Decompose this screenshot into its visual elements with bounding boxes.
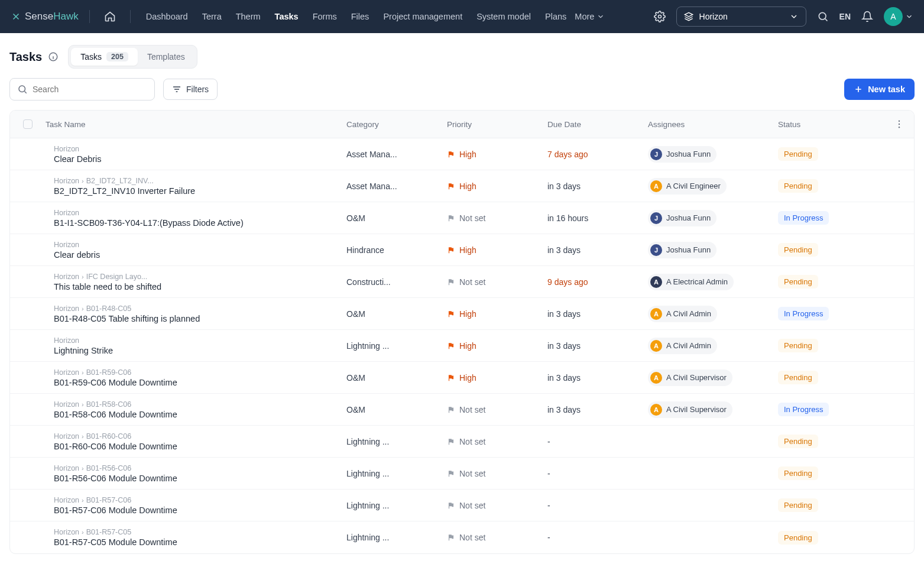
language-selector[interactable]: EN	[839, 12, 851, 21]
assignee-avatar: A	[650, 372, 662, 384]
chevron-down-icon	[596, 12, 605, 21]
col-priority[interactable]: Priority	[447, 120, 547, 129]
layers-icon	[684, 12, 693, 21]
assignee-avatar: A	[650, 276, 662, 288]
task-category: Lightning ...	[346, 341, 447, 351]
nav-more[interactable]: More	[575, 12, 605, 21]
svg-point-5	[899, 124, 900, 125]
flag-icon	[447, 406, 455, 414]
user-menu[interactable]: A	[884, 7, 913, 26]
new-task-button[interactable]: New task	[844, 79, 915, 100]
task-status: Pending	[778, 275, 884, 289]
page-title-wrap: Tasks	[9, 50, 59, 64]
info-icon[interactable]	[48, 51, 59, 62]
task-category: Lightning ...	[346, 437, 447, 446]
table-row[interactable]: Horizon B1-I1-SCB09-T36-Y04-L17:(Bypass …	[10, 202, 914, 234]
nav-link-system-model[interactable]: System model	[476, 12, 531, 21]
table-row[interactable]: Horizon Lightning Strike Lightning ... H…	[10, 330, 914, 362]
nav-link-tasks[interactable]: Tasks	[275, 12, 299, 21]
table-row[interactable]: Horizon Clear Debris Asset Mana... High …	[10, 138, 914, 170]
task-priority: High	[447, 373, 547, 383]
select-all-checkbox[interactable]	[23, 119, 33, 129]
table-options-icon[interactable]	[884, 119, 914, 129]
table-row[interactable]: Horizon Clear debris Hindrance High in 3…	[10, 234, 914, 266]
nav-link-therm[interactable]: Therm	[236, 12, 261, 21]
project-selector[interactable]: Horizon	[676, 7, 806, 27]
breadcrumb: Horizon ›B01-R57-C05	[54, 528, 346, 536]
search-box[interactable]	[9, 78, 155, 101]
nav-link-terra[interactable]: Terra	[202, 12, 222, 21]
assignee-chip[interactable]: AA Electrical Admin	[648, 274, 734, 290]
table-row[interactable]: Horizon ›B01-R57-C05 B01-R57-C05 Module …	[10, 521, 914, 553]
status-badge: Pending	[778, 243, 818, 257]
assignee-chip[interactable]: AA Civil Admin	[648, 306, 717, 322]
page-title: Tasks	[9, 50, 42, 64]
brand-logo[interactable]: SenseHawk	[11, 11, 79, 22]
filters-button[interactable]: Filters	[163, 79, 218, 100]
nav-link-project-management[interactable]: Project management	[383, 12, 462, 21]
brand-hawk: Hawk	[53, 11, 79, 22]
assignee-chip[interactable]: AA Civil Admin	[648, 338, 717, 354]
table-row[interactable]: Horizon ›B01-R57-C06 B01-R57-C06 Module …	[10, 490, 914, 521]
assignee-avatar: A	[650, 180, 662, 192]
nav-link-forms[interactable]: Forms	[313, 12, 337, 21]
col-task-name[interactable]: Task Name	[46, 120, 346, 129]
table-row[interactable]: Horizon ›B01-R59-C06 B01-R59-C06 Module …	[10, 362, 914, 394]
task-priority: High	[447, 150, 547, 159]
search-input[interactable]	[33, 85, 147, 94]
table-row[interactable]: Horizon ›IFC Design Layo... This table n…	[10, 266, 914, 298]
assignee-chip[interactable]: JJoshua Funn	[648, 242, 716, 258]
nav-divider	[130, 10, 131, 23]
table-row[interactable]: Horizon ›B01-R48-C05 B01-R48-C05 Table s…	[10, 298, 914, 330]
assignee-name: Joshua Funn	[666, 245, 711, 254]
status-badge: Pending	[778, 435, 818, 448]
tab-templates[interactable]: Templates	[138, 48, 194, 66]
search-icon[interactable]	[817, 11, 829, 22]
col-assignees[interactable]: Assignees	[648, 120, 778, 129]
task-status: Pending	[778, 371, 884, 384]
top-nav: SenseHawk DashboardTerraThermTasksFormsF…	[0, 0, 924, 33]
task-priority: Not set	[447, 469, 547, 478]
table-row[interactable]: Horizon ›B01-R60-C06 B01-R60-C06 Module …	[10, 426, 914, 458]
breadcrumb: Horizon ›B01-R60-C06	[54, 432, 346, 440]
table-row[interactable]: Horizon ›B2_IDT2_LT2_INV... B2_IDT2_LT2_…	[10, 170, 914, 202]
task-due: -	[547, 533, 648, 542]
task-status: Pending	[778, 531, 884, 545]
task-due: in 3 days	[547, 341, 648, 351]
task-due: in 3 days	[547, 245, 648, 255]
task-name: B01-R56-C06 Module Downtime	[54, 474, 346, 483]
col-status[interactable]: Status	[778, 120, 884, 129]
task-priority: Not set	[447, 277, 547, 287]
table-row[interactable]: Horizon ›B01-R58-C06 B01-R58-C06 Module …	[10, 394, 914, 426]
task-category: Hindrance	[346, 245, 447, 255]
nav-divider	[89, 10, 90, 23]
col-category[interactable]: Category	[346, 120, 447, 129]
assignee-chip[interactable]: AA Civil Engineer	[648, 178, 727, 195]
tab-tasks[interactable]: Tasks 205	[71, 48, 138, 66]
assignee-chip[interactable]: JJoshua Funn	[648, 210, 716, 226]
task-assignee: JJoshua Funn	[648, 242, 778, 258]
search-icon	[17, 84, 28, 95]
table-row[interactable]: Horizon ›B01-R56-C06 B01-R56-C06 Module …	[10, 458, 914, 490]
settings-icon[interactable]	[654, 11, 666, 22]
flag-icon	[447, 214, 455, 222]
notifications-icon[interactable]	[861, 11, 873, 22]
assignee-chip[interactable]: AA Civil Supervisor	[648, 370, 732, 386]
breadcrumb: Horizon	[54, 209, 346, 217]
task-category: Asset Mana...	[346, 150, 447, 159]
task-name: B01-R60-C06 Module Downtime	[54, 442, 346, 451]
svg-point-6	[899, 127, 900, 128]
home-button[interactable]	[100, 7, 119, 26]
nav-link-dashboard[interactable]: Dashboard	[146, 12, 188, 21]
col-due[interactable]: Due Date	[547, 120, 648, 129]
nav-link-files[interactable]: Files	[351, 12, 369, 21]
assignee-chip[interactable]: AA Civil Supervisor	[648, 401, 732, 418]
flag-icon	[447, 342, 455, 350]
breadcrumb: Horizon ›B2_IDT2_LT2_INV...	[54, 177, 346, 185]
assignee-chip[interactable]: JJoshua Funn	[648, 146, 716, 163]
tab-templates-label: Templates	[147, 52, 185, 61]
new-task-label: New task	[868, 85, 905, 94]
task-due: 9 days ago	[547, 277, 648, 287]
nav-link-plans[interactable]: Plans	[545, 12, 566, 21]
task-status: Pending	[778, 147, 884, 161]
